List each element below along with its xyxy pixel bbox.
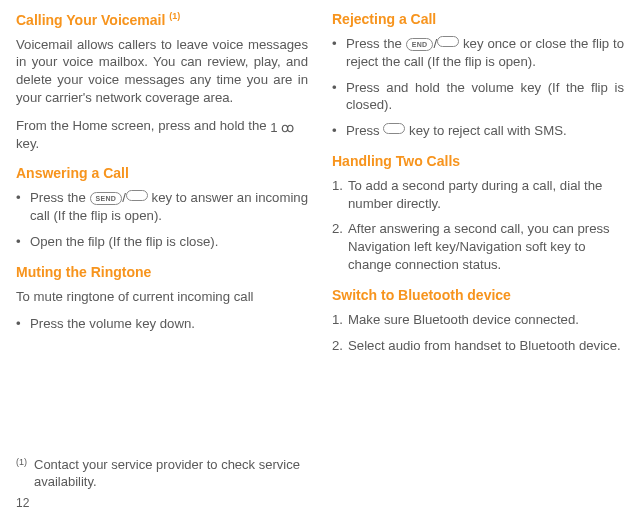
text-a: Press the xyxy=(346,36,406,51)
list-item: Press and hold the volume key (If the fl… xyxy=(332,79,624,115)
text: After answering a second call, you can p… xyxy=(348,221,610,272)
text: Make sure Bluetooth device connected. xyxy=(348,312,579,327)
bluetooth-list: 1.Make sure Bluetooth device connected. … xyxy=(332,311,624,355)
list-item: Press the END/ key once or close the fli… xyxy=(332,35,624,71)
footnote: (1) Contact your service provider to che… xyxy=(16,456,306,491)
voicemail-desc: Voicemail allows callers to leave voice … xyxy=(16,36,308,107)
heading-text: Calling Your Voicemail xyxy=(16,12,169,28)
blank-key-icon xyxy=(383,123,405,134)
answering-list: Press the SEND/ key to answer an incomin… xyxy=(16,189,308,250)
text-b: key to reject call with SMS. xyxy=(405,123,566,138)
one-voicemail-key-icon: 1 ꝏ xyxy=(270,121,294,134)
mute-desc: To mute ringtone of current incoming cal… xyxy=(16,288,308,306)
num: 2. xyxy=(332,220,343,238)
list-item: 2.After answering a second call, you can… xyxy=(332,220,624,273)
footnote-mark: (1) xyxy=(16,456,27,468)
two-calls-list: 1.To add a second party during a call, d… xyxy=(332,177,624,274)
heading-bluetooth: Switch to Bluetooth device xyxy=(332,286,624,305)
num: 1. xyxy=(332,311,343,329)
text: Select audio from handset to Bluetooth d… xyxy=(348,338,621,353)
heading-muting-ringtone: Muting the Ringtone xyxy=(16,263,308,282)
left-column: Calling Your Voicemail (1) Voicemail all… xyxy=(16,10,308,362)
text-a: Press xyxy=(346,123,383,138)
text-a: Press the xyxy=(30,190,90,205)
list-item: Press the SEND/ key to answer an incomin… xyxy=(16,189,308,225)
voicemail-instruction: From the Home screen, press and hold the… xyxy=(16,117,308,153)
heading-two-calls: Handling Two Calls xyxy=(332,152,624,171)
send-key-icon: SEND xyxy=(90,192,123,205)
mute-list: Press the volume key down. xyxy=(16,315,308,333)
text-a: From the Home screen, press and hold the xyxy=(16,118,270,133)
footnote-text: Contact your service provider to check s… xyxy=(34,457,300,490)
text: To add a second party during a call, dia… xyxy=(348,178,602,211)
num: 1. xyxy=(332,177,343,195)
page-columns: Calling Your Voicemail (1) Voicemail all… xyxy=(16,10,624,362)
blank-key-icon xyxy=(126,190,148,201)
heading-calling-voicemail: Calling Your Voicemail (1) xyxy=(16,10,308,30)
blank-key-icon xyxy=(437,36,459,47)
list-item: 1.Make sure Bluetooth device connected. xyxy=(332,311,624,329)
list-item: Press the volume key down. xyxy=(16,315,308,333)
num: 2. xyxy=(332,337,343,355)
text-b: key. xyxy=(16,136,39,151)
list-item: 2.Select audio from handset to Bluetooth… xyxy=(332,337,624,355)
list-item: Open the filp (If the flip is close). xyxy=(16,233,308,251)
list-item: 1.To add a second party during a call, d… xyxy=(332,177,624,213)
heading-sup: (1) xyxy=(169,11,180,21)
heading-answering-call: Answering a Call xyxy=(16,164,308,183)
heading-rejecting-call: Rejecting a Call xyxy=(332,10,624,29)
end-key-icon: END xyxy=(406,38,434,51)
list-item: Press key to reject call with SMS. xyxy=(332,122,624,140)
page-number: 12 xyxy=(16,495,29,511)
reject-list: Press the END/ key once or close the fli… xyxy=(332,35,624,140)
right-column: Rejecting a Call Press the END/ key once… xyxy=(332,10,624,362)
